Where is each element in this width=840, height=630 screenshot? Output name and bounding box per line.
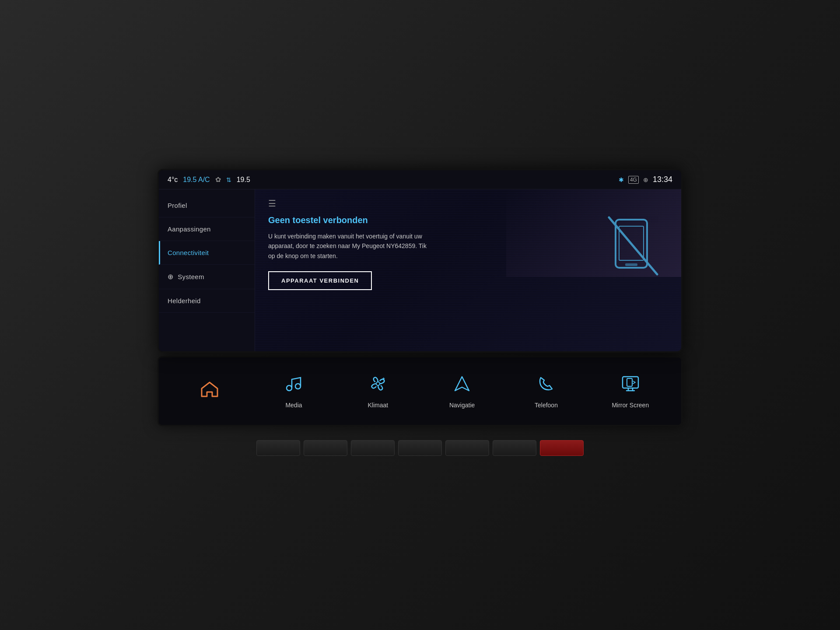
music-icon — [284, 374, 303, 397]
phys-btn-1[interactable] — [256, 440, 300, 456]
phys-btn-4[interactable] — [398, 440, 442, 456]
current-time: 13:34 — [653, 175, 672, 184]
status-right: ✱ 4G ⊕ 13:34 — [619, 175, 672, 184]
hamburger-icon[interactable]: ☰ — [268, 198, 668, 209]
sidebar-item-profiel[interactable]: Profiel — [159, 194, 255, 217]
no-device-title: Geen toestel verbonden — [268, 215, 585, 225]
physical-buttons-row — [158, 435, 682, 461]
main-infotainment-screen: 4°c 19.5 A/C ✿ ⇅ 19.5 ✱ 4G ⊕ 13:34 Profi… — [158, 169, 682, 353]
home-icon — [200, 380, 219, 403]
nav-navigatie[interactable]: Navigatie — [436, 374, 488, 409]
bottom-nav-panel: Media * Klimaat — [158, 356, 682, 426]
status-left: 4°c 19.5 A/C ✿ ⇅ 19.5 — [168, 175, 619, 184]
fan-icon: ✿ — [215, 175, 221, 184]
phys-btn-2[interactable] — [304, 440, 347, 456]
outside-temp: 4°c — [168, 176, 178, 184]
screen-content: Profiel Aanpassingen Connectiviteit ⊕ Sy… — [159, 189, 681, 351]
svg-text:*: * — [382, 376, 385, 383]
content-panel: ☰ Geen toestel verbonden U kunt verbindi… — [255, 189, 681, 351]
network-icon: 4G — [628, 176, 639, 184]
no-device-description: U kunt verbinding maken vanuit het voert… — [268, 231, 434, 261]
nav-telefoon[interactable]: Telefoon — [520, 374, 572, 409]
connectivity-text: Geen toestel verbonden U kunt verbinding… — [268, 215, 585, 290]
nav-media[interactable]: Media — [267, 374, 320, 409]
sidebar-item-connectiviteit[interactable]: Connectiviteit — [159, 241, 255, 265]
phone-nav-icon — [536, 374, 556, 397]
settings-sidebar: Profiel Aanpassingen Connectiviteit ⊕ Sy… — [159, 189, 255, 351]
mirror-screen-label: Mirror Screen — [612, 402, 649, 409]
gps-icon: ⊕ — [643, 176, 648, 183]
svg-rect-9 — [627, 378, 632, 386]
navigation-icon — [452, 374, 472, 397]
svg-point-5 — [295, 384, 301, 389]
heat-temp: 19.5 — [237, 176, 250, 184]
svg-rect-2 — [625, 263, 637, 266]
media-label: Media — [285, 402, 302, 409]
mirror-screen-icon — [621, 374, 640, 397]
telefoon-label: Telefoon — [535, 402, 558, 409]
svg-point-4 — [287, 385, 292, 391]
bluetooth-icon: ✱ — [619, 176, 624, 183]
status-bar: 4°c 19.5 A/C ✿ ⇅ 19.5 ✱ 4G ⊕ 13:34 — [159, 170, 681, 189]
phone-icon-area — [598, 215, 668, 276]
phys-btn-emergency[interactable] — [540, 440, 584, 456]
phys-btn-3[interactable] — [351, 440, 395, 456]
ac-temp: 19.5 A/C — [183, 176, 210, 184]
content-body: Geen toestel verbonden U kunt verbinding… — [268, 215, 668, 343]
svg-point-6 — [376, 382, 380, 385]
klimaat-label: Klimaat — [368, 402, 388, 409]
phys-btn-6[interactable] — [493, 440, 536, 456]
sidebar-item-systeem[interactable]: ⊕ Systeem — [159, 265, 255, 289]
car-dashboard: 4°c 19.5 A/C ✿ ⇅ 19.5 ✱ 4G ⊕ 13:34 Profi… — [0, 0, 840, 630]
system-circle-icon: ⊕ — [168, 273, 173, 281]
navigatie-label: Navigatie — [449, 402, 475, 409]
nav-mirror-screen[interactable]: Mirror Screen — [604, 374, 657, 409]
sidebar-item-aanpassingen[interactable]: Aanpassingen — [159, 217, 255, 241]
fan-klimaat-icon: * — [368, 374, 388, 397]
heat-icon: ⇅ — [226, 176, 231, 183]
sidebar-item-helderheid[interactable]: Helderheid — [159, 289, 255, 313]
nav-home[interactable] — [183, 380, 236, 403]
connect-device-button[interactable]: APPARAAT VERBINDEN — [268, 271, 372, 290]
nav-klimaat[interactable]: * Klimaat — [352, 374, 404, 409]
no-phone-icon — [607, 215, 659, 276]
phys-btn-5[interactable] — [445, 440, 489, 456]
